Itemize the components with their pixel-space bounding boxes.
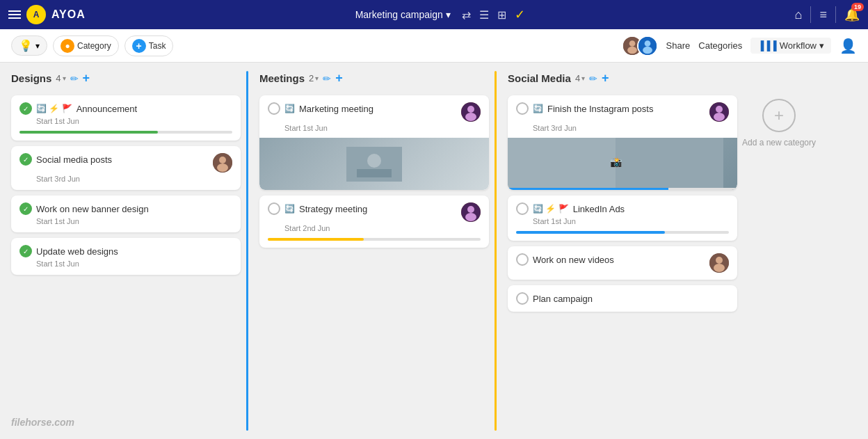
notification-badge: 19 — [851, 3, 864, 11]
card-check-plan-campaign — [516, 292, 529, 305]
card-update-web[interactable]: ✓ Update web designs Start 1st Jun — [11, 238, 241, 275]
nav-divider — [810, 6, 811, 23]
social-media-cards-list: 🔄 Finish the Instagram posts Start 3rd J… — [508, 95, 737, 312]
home-icon[interactable]: ⌂ — [795, 8, 803, 22]
designs-add-icon[interactable]: + — [83, 71, 90, 86]
mindmap-arrow: ▾ — [35, 41, 40, 51]
task-label: Task — [149, 41, 166, 51]
task-plus-icon: + — [132, 39, 146, 53]
count-arrow-icon: ▾ — [63, 74, 66, 82]
categories-button[interactable]: Categories — [698, 40, 742, 51]
column-designs-header: Designs 4 ▾ ✏ + — [11, 71, 241, 88]
card-avatar-social — [213, 153, 232, 173]
svg-rect-22 — [508, 138, 616, 190]
workflow-bars-icon: ▐▐▐ — [757, 40, 777, 51]
meetings-add-icon[interactable]: + — [335, 71, 343, 86]
card-check-icon: ✓ — [19, 102, 32, 115]
profile-icon[interactable]: 👤 — [839, 38, 857, 54]
meetings-edit-icon[interactable]: ✏ — [323, 73, 331, 84]
strategy-progress-bar — [268, 238, 481, 241]
card-marketing-meeting[interactable]: 🔄 Marketing meeting Start 1st Jun — [259, 95, 489, 190]
shuffle-icon[interactable]: ⇄ — [462, 8, 471, 22]
notification-button[interactable]: 🔔 19 — [844, 7, 860, 22]
avatar-group — [622, 35, 658, 56]
card-marketing-meeting-content: 🔄 Marketing meeting Start 1st Jun — [259, 95, 489, 132]
project-title[interactable]: Marketing campaign ▾ — [355, 9, 451, 20]
linkedin-progress-bar — [516, 231, 729, 234]
workflow-button[interactable]: ▐▐▐ Workflow ▾ — [750, 38, 831, 54]
card-instagram-icons: 🔄 — [533, 104, 543, 113]
list-view-icon[interactable]: ☰ — [479, 8, 489, 22]
card-check-strategy-meeting — [268, 202, 280, 215]
svg-point-7 — [219, 157, 226, 163]
social-media-add-icon[interactable]: + — [602, 71, 609, 86]
share-button[interactable]: Share — [666, 40, 691, 51]
svg-point-19 — [716, 106, 723, 113]
column-meetings: Meetings 2 ▾ ✏ + 🔄 Marke — [259, 71, 489, 431]
list-icon[interactable]: ≡ — [819, 8, 827, 22]
card-title-row-s3: Work on new videos — [516, 253, 614, 266]
check-icon[interactable]: ✓ — [515, 7, 525, 22]
project-title-text: Marketing campaign — [355, 9, 443, 20]
mindmap-button[interactable]: 💡 ▾ — [11, 35, 47, 56]
instagram-progress-strip — [508, 188, 737, 190]
card-linkedin-ads[interactable]: 🔄 ⚡ 🚩 LinkedIn Ads Start 1st Jun — [508, 195, 737, 241]
svg-rect-23 — [616, 138, 723, 190]
card-plan-campaign[interactable]: Plan campaign — [508, 285, 737, 312]
watermark: filehorse.com — [11, 417, 74, 428]
card-strategy-meeting[interactable]: 🔄 Strategy meeting Start 2nd Jun — [259, 195, 489, 248]
card-plan-campaign-header: Plan campaign — [516, 292, 729, 305]
meetings-count-number: 2 — [309, 73, 314, 83]
app-logo: A AYOA — [26, 5, 86, 24]
announcement-progress-fill — [19, 131, 158, 134]
card-strategy-meeting-date: Start 2nd Jun — [284, 224, 481, 232]
card-instagram-posts-date: Start 3rd Jun — [533, 124, 729, 132]
card-marketing-meeting-image — [259, 138, 489, 190]
card-linkedin-icons: 🔄 ⚡ 🚩 — [533, 204, 569, 214]
card-new-videos[interactable]: Work on new videos — [508, 246, 737, 280]
designs-edit-icon[interactable]: ✏ — [70, 73, 79, 84]
card-instagram-posts[interactable]: 🔄 Finish the Instagram posts Start 3rd J… — [508, 95, 737, 190]
grid-view-icon[interactable]: ⊞ — [497, 8, 506, 22]
card-title-row-m1: 🔄 Marketing meeting — [268, 102, 373, 115]
card-update-web-header: ✓ Update web designs — [19, 245, 232, 257]
svg-point-1 — [629, 40, 635, 47]
meetings-cards-list: 🔄 Marketing meeting Start 1st Jun — [259, 95, 489, 248]
category-button[interactable]: ● Category — [53, 35, 119, 56]
watermark-text: filehorse.com — [11, 417, 74, 428]
card-banner-design-header: ✓ Work on new banner design — [19, 202, 232, 215]
announcement-progress-bar — [19, 131, 232, 134]
card-emoji-icons: 🔄 ⚡ 🚩 — [36, 104, 72, 113]
card-title-row-3: ✓ Work on new banner design — [19, 202, 149, 215]
card-strategy-icons: 🔄 — [284, 204, 295, 214]
add-category-button[interactable]: + — [762, 99, 796, 132]
top-navigation: A AYOA Marketing campaign ▾ ⇄ ☰ ⊞ ✓ ⌂ ≡ … — [0, 0, 868, 29]
card-strategy-meeting-title: Strategy meeting — [299, 204, 367, 214]
workflow-arrow-icon: ▾ — [819, 40, 824, 51]
card-social-media-posts[interactable]: ✓ Social media posts Start 3rd Jun — [11, 146, 241, 190]
card-social-media-posts-date: Start 3rd Jun — [36, 175, 232, 183]
column-meetings-header: Meetings 2 ▾ ✏ + — [259, 71, 489, 88]
card-avatar-instagram — [709, 102, 729, 122]
avatar-2 — [637, 35, 658, 56]
add-category-column: + Add a new category — [737, 71, 821, 431]
card-linkedin-ads-header: 🔄 ⚡ 🚩 LinkedIn Ads — [516, 202, 729, 215]
task-button[interactable]: + Task — [124, 35, 174, 56]
category-label: Category — [77, 41, 111, 51]
nav-right: ⌂ ≡ 🔔 19 — [795, 6, 860, 23]
card-marketing-meeting-date: Start 1st Jun — [284, 124, 481, 132]
svg-point-20 — [714, 113, 725, 121]
card-announcement[interactable]: ✓ 🔄 ⚡ 🚩 Announcement Start 1st Jun — [11, 95, 241, 141]
svg-point-17 — [465, 213, 476, 221]
svg-point-16 — [467, 206, 474, 213]
hamburger-menu[interactable] — [8, 10, 21, 19]
column-meetings-count: 2 ▾ — [309, 73, 319, 83]
card-banner-design[interactable]: ✓ Work on new banner design Start 1st Ju… — [11, 195, 241, 232]
column-meetings-title: Meetings — [259, 72, 305, 84]
svg-point-4 — [644, 40, 650, 47]
social-media-edit-icon[interactable]: ✏ — [589, 73, 597, 84]
card-title-row-s2: 🔄 ⚡ 🚩 LinkedIn Ads — [516, 202, 625, 215]
meetings-divider — [489, 71, 508, 431]
card-instagram-posts-image: 📸 — [508, 138, 737, 190]
app-name: AYOA — [51, 8, 86, 21]
